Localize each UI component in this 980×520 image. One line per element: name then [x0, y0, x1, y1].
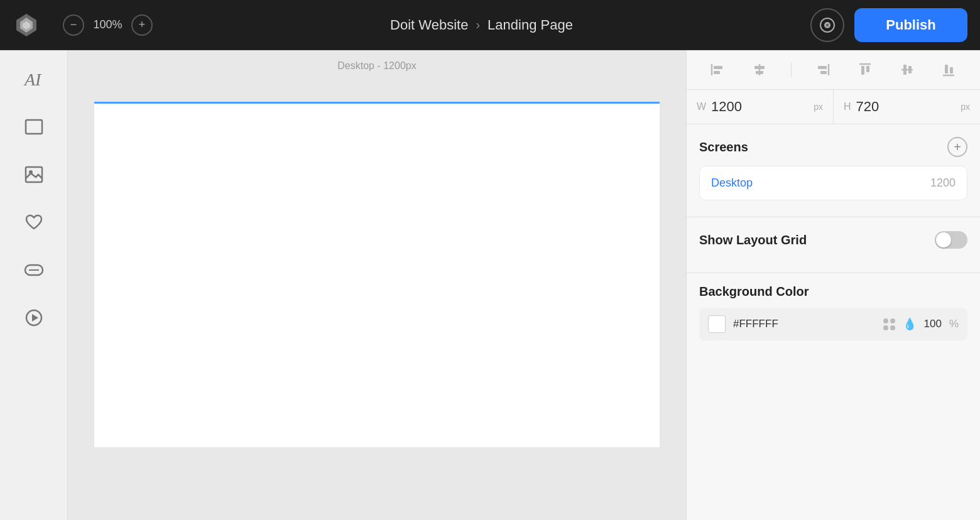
- zoom-out-button[interactable]: −: [63, 14, 84, 36]
- opacity-percent: %: [949, 318, 959, 330]
- breadcrumb-arrow: ›: [476, 18, 480, 32]
- top-bar: − 100% + Doit Website › Landing Page Pub…: [0, 0, 980, 50]
- height-unit: px: [961, 102, 970, 112]
- svg-text:AI: AI: [23, 70, 42, 89]
- desktop-screen-width: 1200: [930, 176, 956, 190]
- color-dots-icon[interactable]: [883, 318, 895, 330]
- svg-rect-30: [945, 65, 948, 73]
- svg-rect-28: [908, 66, 912, 73]
- svg-rect-24: [861, 66, 864, 75]
- show-layout-grid-label: Show Layout Grid: [699, 233, 807, 247]
- align-top-button[interactable]: [854, 59, 876, 80]
- left-sidebar: AI: [0, 50, 68, 520]
- screens-section: Screens + Desktop 1200: [687, 124, 980, 207]
- main-layout: AI: [0, 50, 980, 520]
- width-label: W: [697, 101, 706, 112]
- opacity-icon: 💧: [903, 317, 917, 331]
- height-label: H: [844, 101, 851, 112]
- align-bottom-button[interactable]: [938, 59, 959, 80]
- screens-title: Screens: [699, 140, 748, 154]
- breadcrumb: Doit Website › Landing Page: [390, 17, 573, 33]
- screens-header: Screens +: [699, 137, 967, 157]
- canvas-frame: [94, 102, 660, 447]
- rectangle-tool-icon[interactable]: [18, 111, 50, 143]
- canvas-label: Desktop - 1200px: [337, 60, 416, 72]
- top-bar-left: − 100% +: [13, 11, 153, 39]
- svg-point-5: [826, 24, 829, 26]
- preview-button[interactable]: [810, 8, 844, 42]
- show-layout-grid-toggle[interactable]: [935, 231, 967, 249]
- svg-rect-8: [26, 167, 42, 182]
- svg-marker-13: [32, 314, 38, 322]
- svg-rect-21: [818, 66, 827, 69]
- right-panel: W 1200 px H 720 px Screens + Desktop 120…: [686, 50, 980, 520]
- svg-rect-25: [866, 66, 869, 72]
- zoom-value: 100%: [90, 18, 125, 31]
- svg-rect-22: [820, 71, 827, 74]
- background-color-row[interactable]: #FFFFFF 💧 100 %: [699, 308, 967, 340]
- align-center-horizontal-button[interactable]: [749, 59, 770, 80]
- logo: [13, 11, 40, 39]
- width-field[interactable]: W 1200 px: [687, 90, 834, 124]
- svg-rect-31: [950, 67, 953, 73]
- publish-button[interactable]: Publish: [854, 8, 967, 42]
- alignment-toolbar: [687, 50, 980, 90]
- color-swatch[interactable]: [708, 315, 726, 333]
- toggle-knob: [936, 232, 951, 247]
- color-dot-4: [890, 325, 895, 330]
- height-value: 720: [856, 99, 956, 115]
- svg-rect-7: [26, 120, 42, 134]
- page-name[interactable]: Landing Page: [487, 17, 573, 33]
- zoom-in-button[interactable]: +: [131, 14, 153, 36]
- align-right-button[interactable]: [812, 59, 834, 80]
- add-screen-button[interactable]: +: [947, 137, 967, 157]
- align-divider-1: [791, 62, 792, 77]
- svg-rect-16: [714, 71, 720, 74]
- svg-rect-18: [754, 66, 765, 69]
- color-dot-1: [883, 318, 888, 323]
- components-icon[interactable]: [18, 206, 50, 239]
- canvas-area[interactable]: Desktop - 1200px: [68, 50, 686, 520]
- desktop-screen-name: Desktop: [711, 176, 753, 190]
- project-name[interactable]: Doit Website: [390, 17, 468, 33]
- top-bar-right: Publish: [810, 8, 967, 42]
- opacity-value: 100: [924, 318, 942, 330]
- background-color-section: Background Color #FFFFFF 💧 100 %: [687, 273, 980, 353]
- ai-text-tool-icon[interactable]: AI: [18, 63, 50, 95]
- align-left-button[interactable]: [707, 59, 728, 80]
- svg-rect-19: [756, 71, 763, 74]
- height-field[interactable]: H 720 px: [834, 90, 980, 124]
- align-center-vertical-button[interactable]: [896, 59, 918, 80]
- color-hex-value: #FFFFFF: [733, 318, 876, 330]
- dimensions-row: W 1200 px H 720 px: [687, 90, 980, 124]
- svg-rect-15: [714, 66, 722, 69]
- zoom-controls: − 100% +: [63, 14, 153, 36]
- video-tool-icon[interactable]: [18, 301, 50, 334]
- color-dot-2: [890, 318, 895, 323]
- svg-rect-27: [903, 65, 906, 75]
- width-unit: px: [814, 102, 823, 112]
- width-value: 1200: [711, 99, 808, 115]
- desktop-screen-item[interactable]: Desktop 1200: [699, 166, 967, 200]
- show-layout-grid-row: Show Layout Grid: [687, 217, 980, 263]
- button-tool-icon[interactable]: [18, 254, 50, 286]
- color-dot-3: [883, 325, 888, 330]
- image-tool-icon[interactable]: [18, 158, 50, 191]
- background-color-title: Background Color: [699, 284, 967, 299]
